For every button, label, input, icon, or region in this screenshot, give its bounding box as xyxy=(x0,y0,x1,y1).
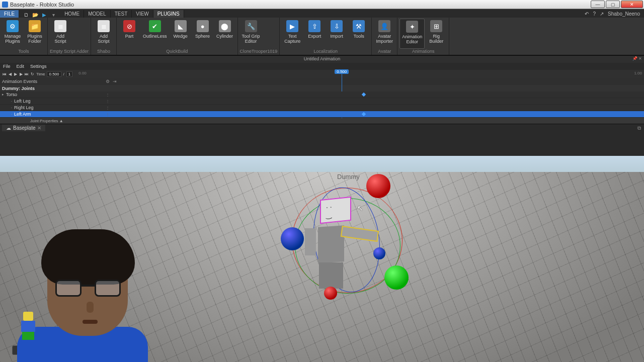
animation-events-row: Animation Events ⚙ ⇥ xyxy=(0,78,644,85)
step-fwd-icon[interactable]: ▶ xyxy=(19,72,23,76)
tools-button[interactable]: ⚒Tools xyxy=(348,19,369,49)
events-gear-icon[interactable]: ⚙ xyxy=(106,79,110,84)
add-script-2-button[interactable]: ≣Add Script xyxy=(93,19,114,49)
rig-torso[interactable] xyxy=(318,225,344,263)
anim-menu-edit[interactable]: Edit xyxy=(17,64,25,69)
events-label: Animation Events xyxy=(2,79,37,84)
tab-test[interactable]: TEST xyxy=(111,10,132,18)
anim-menu-settings[interactable]: Settings xyxy=(30,64,47,69)
outlineless-button[interactable]: ✔OutlineLess xyxy=(141,19,169,49)
keyframe-icon[interactable] xyxy=(362,93,366,97)
tab-plugins[interactable]: PLUGINS xyxy=(153,10,184,18)
import-button[interactable]: ⇩Import xyxy=(326,19,347,49)
close-button[interactable]: ✕ xyxy=(621,1,643,8)
group-label: CloneTrooper1019 xyxy=(240,49,278,54)
sky xyxy=(0,156,644,172)
time-input[interactable]: 0.500 xyxy=(47,71,61,77)
group-label: Shabo xyxy=(93,49,114,54)
rig-left-arm[interactable] xyxy=(305,228,316,255)
tab-file[interactable]: FILE xyxy=(0,10,19,18)
play-icon[interactable]: ▶ xyxy=(41,12,47,18)
export-button[interactable]: ⇧Export xyxy=(304,19,325,49)
animation-panel: Untitled Animation 📌 ✕ File Edit Setting… xyxy=(0,55,644,124)
expand-viewport-icon[interactable]: ⧉ xyxy=(637,125,641,131)
tab-model[interactable]: MODEL xyxy=(84,10,111,18)
animation-editor-label: Animation Editor xyxy=(402,34,422,44)
dropdown-icon[interactable]: ▾ xyxy=(50,12,56,18)
add-script-1-button[interactable]: ≣Add Script xyxy=(50,19,71,49)
new-icon[interactable]: 🗋 xyxy=(23,12,29,18)
viewport-3d[interactable]: Dummy ↖ Local xyxy=(0,156,644,362)
anim-menu-file[interactable]: File xyxy=(3,64,11,69)
joint-row-right-leg[interactable]: ·Right Leg⋮ xyxy=(0,105,644,111)
export-icon: ⇧ xyxy=(308,20,321,33)
help-icon[interactable]: ? xyxy=(593,11,596,17)
text-capture-button[interactable]: ▶Text Capture xyxy=(282,19,303,49)
events-add-icon[interactable]: ⇥ xyxy=(113,79,117,84)
document-tab-baseplate[interactable]: ☁ Baseplate ✕ xyxy=(2,125,45,131)
document-tabbar: ☁ Baseplate ✕ ⧉ xyxy=(0,124,644,132)
import-label: Import xyxy=(331,34,344,39)
text-capture-icon: ▶ xyxy=(286,20,299,33)
rig-builder-label: Rig Builder xyxy=(429,34,443,44)
ribbon-group-animations: ✦Animation Editor⊞Rig BuilderAnimations xyxy=(397,18,449,55)
manage-plugins-label: Manage Plugins xyxy=(5,34,21,44)
sphere-button[interactable]: ●Sphere xyxy=(192,19,213,49)
window-title: Baseplate - Roblox Studio xyxy=(10,2,74,8)
maximize-button[interactable]: ▢ xyxy=(606,1,620,8)
joint-properties[interactable]: Joint Properties ▲ xyxy=(0,118,644,124)
tool-grip-button[interactable]: 🔧Tool Grip Editor xyxy=(240,19,262,49)
group-label: QuickBuild xyxy=(119,49,235,54)
avatar-importer-icon: 👤 xyxy=(378,20,391,33)
animation-controls: ⏮ ◀ ▶ ▶ ⏭ ↻ Time 0.500 / 1 0.00 1.00 0.5… xyxy=(0,70,644,78)
cylinder-button[interactable]: ⬤Cylinder xyxy=(214,19,235,49)
rotation-gizmo[interactable]: Dummy ↖ xyxy=(282,176,433,327)
time-max-input[interactable]: 1 xyxy=(66,71,72,77)
tab-home[interactable]: HOME xyxy=(60,10,84,18)
gizmo-handle-x-neg[interactable] xyxy=(324,287,337,300)
minimize-button[interactable]: — xyxy=(591,1,605,8)
loop-icon[interactable]: ↻ xyxy=(31,72,34,76)
plugins-folder-button[interactable]: 📁Plugins Folder xyxy=(24,19,45,49)
goto-start-icon[interactable]: ⏮ xyxy=(2,72,7,76)
rig-name-label: Dummy xyxy=(337,173,360,180)
sphere-label: Sphere xyxy=(195,34,210,39)
ribbon-group-clonetrooper1019: 🔧Tool Grip EditorCloneTrooper1019 xyxy=(238,18,280,55)
tab-view[interactable]: VIEW xyxy=(132,10,153,18)
panel-pin-icon[interactable]: 📌 ✕ xyxy=(632,56,642,61)
time-sep: / xyxy=(63,72,64,76)
cylinder-label: Cylinder xyxy=(216,34,233,39)
animation-editor-icon: ✦ xyxy=(406,20,419,33)
gizmo-handle-y-pos[interactable] xyxy=(384,265,409,290)
username[interactable]: Shabo_Neeno xyxy=(608,11,640,17)
animation-editor-button[interactable]: ✦Animation Editor xyxy=(399,19,425,49)
play-icon[interactable]: ▶ xyxy=(13,72,18,76)
gizmo-handle-z-pos[interactable] xyxy=(373,247,385,259)
export-label: Export xyxy=(308,34,321,39)
rig-builder-button[interactable]: ⊞Rig Builder xyxy=(426,19,447,49)
undo-icon[interactable]: ↶ xyxy=(585,11,589,17)
gizmo-handle-x-pos[interactable] xyxy=(366,174,390,198)
timeline-ruler[interactable]: 0.00 1.00 0.500 xyxy=(78,70,644,78)
rig-legs[interactable] xyxy=(319,262,343,289)
close-tab-icon[interactable]: ✕ xyxy=(37,125,41,131)
avatar-importer-button[interactable]: 👤Avatar Importer xyxy=(374,19,395,49)
share-icon[interactable]: ↗ xyxy=(600,11,604,17)
gizmo-handle-z-neg[interactable] xyxy=(281,227,304,250)
rig-head[interactable] xyxy=(320,197,351,224)
part-button[interactable]: ⊘Part xyxy=(119,19,140,49)
joint-row-left-leg[interactable]: ·Left Leg⋮ xyxy=(0,98,644,105)
ruler-start: 0.00 xyxy=(78,71,87,75)
keyframe-icon[interactable] xyxy=(362,112,366,116)
goto-end-icon[interactable]: ⏭ xyxy=(24,72,29,76)
noob-avatar-icon xyxy=(17,312,39,340)
wedge-button[interactable]: ◣Wedge xyxy=(170,19,191,49)
joint-row-torso[interactable]: ▸Torso⋮ xyxy=(0,92,644,98)
step-back-icon[interactable]: ◀ xyxy=(8,72,12,76)
group-label: Localization xyxy=(282,49,369,54)
joint-row-left-arm[interactable]: ·Left Arm⋮ xyxy=(0,111,644,118)
manage-plugins-button[interactable]: ⚙Manage Plugins xyxy=(2,19,23,49)
open-icon[interactable]: 📂 xyxy=(32,12,38,18)
webcam-overlay xyxy=(17,231,148,362)
text-capture-label: Text Capture xyxy=(284,34,300,44)
